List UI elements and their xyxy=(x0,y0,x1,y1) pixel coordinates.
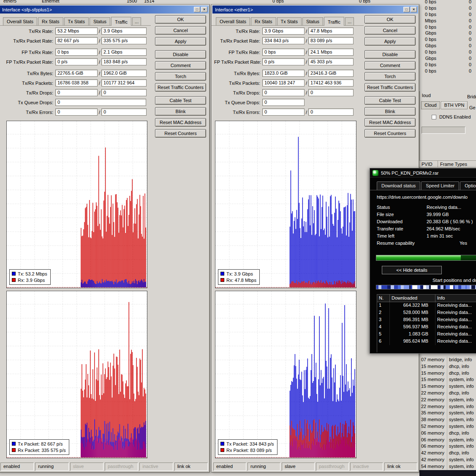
field-input-tx[interactable]: 0 bps xyxy=(55,49,98,56)
action-button[interactable]: OK xyxy=(364,15,416,24)
field-input-rx[interactable]: 335 575 p/s xyxy=(101,37,147,44)
action-button[interactable]: Comment xyxy=(364,61,416,70)
column-header-n[interactable]: N. xyxy=(377,295,390,302)
action-button[interactable]: Apply xyxy=(364,37,416,46)
log-row[interactable]: 15 memory dhcp, info xyxy=(419,370,476,377)
log-row[interactable]: 22 memory dhcp, info xyxy=(419,390,476,397)
field-input-rx[interactable]: 17412 463 936 xyxy=(308,79,354,87)
maximize-button[interactable]: □ xyxy=(403,7,410,12)
action-button[interactable]: OK xyxy=(155,15,206,24)
field-input-rx[interactable]: 45 303 p/s xyxy=(308,58,354,65)
download-tab[interactable]: Download status xyxy=(377,181,420,190)
field-input-tx[interactable]: 0 xyxy=(55,99,146,106)
log-row[interactable]: 22 memory system, info xyxy=(419,403,476,410)
action-button[interactable]: Apply xyxy=(155,37,206,46)
tab[interactable]: ... xyxy=(345,17,354,25)
tab[interactable]: Tx Stats xyxy=(64,17,89,25)
log-row[interactable]: 52 memory system, info xyxy=(419,423,476,430)
tab[interactable]: Status xyxy=(302,17,323,25)
log-row[interactable]: 15 memory dhcp, info xyxy=(419,363,476,370)
action-button[interactable]: Blink xyxy=(364,107,416,116)
log-row[interactable]: 22 memory system, info xyxy=(419,397,476,403)
field-input-tx[interactable]: 22765.6 GiB xyxy=(55,70,98,77)
field-input-tx[interactable]: 0 xyxy=(262,108,305,116)
field-input-rx[interactable]: 1962.0 GiB xyxy=(101,70,147,77)
tab[interactable]: ... xyxy=(132,17,141,25)
action-button[interactable]: Blink xyxy=(155,107,206,116)
tab[interactable]: Traffic xyxy=(324,17,344,26)
field-input-tx[interactable]: 0 xyxy=(262,99,305,106)
log-row[interactable]: 07 memory bridge, info xyxy=(419,357,476,363)
download-tab[interactable]: Speed Limiter xyxy=(421,181,459,190)
tab[interactable]: Traffic xyxy=(111,17,131,26)
field-input-rx[interactable]: 0 xyxy=(308,108,354,116)
field-input-rx[interactable]: 24.1 Mbps xyxy=(308,49,354,56)
hide-details-button[interactable]: << Hide details xyxy=(382,266,442,274)
column-header-pvid[interactable]: PVID xyxy=(419,161,438,167)
window-titlebar[interactable]: Interface <sfp-sfpplus1> □ ✕ xyxy=(0,5,209,14)
field-input-rx[interactable]: 3.9 Gbps xyxy=(101,27,147,35)
cloud-tab[interactable]: Cloud xyxy=(421,101,440,109)
download-titlebar[interactable]: 50% PC_KDN_PDRMv2.rar xyxy=(370,168,476,178)
action-button[interactable]: Reset Counters xyxy=(364,129,416,138)
log-row[interactable]: 42 memory dhcp, info xyxy=(419,450,476,457)
field-input-rx[interactable]: 0 xyxy=(101,108,147,116)
ddns-checkbox[interactable] xyxy=(432,115,436,119)
log-row[interactable]: 15 memory system, info xyxy=(419,376,476,383)
column-header-info[interactable]: Info xyxy=(435,295,476,302)
action-button[interactable]: Reset MAC Address xyxy=(364,118,416,127)
log-row[interactable]: 42 memory system, info xyxy=(419,457,476,463)
connection-row[interactable]: 1 664.322 MB Receiving data... xyxy=(377,302,476,309)
action-button[interactable]: Comment xyxy=(155,61,206,70)
connection-row[interactable]: 4 596.937 MB Receiving data... xyxy=(377,324,476,331)
tab[interactable]: Rx Stats xyxy=(251,17,276,25)
action-button[interactable]: Reset MAC Address xyxy=(155,118,206,127)
action-button[interactable]: Cable Test xyxy=(364,96,416,105)
connection-row[interactable]: 6 985.624 MB Receiving data... xyxy=(377,338,476,345)
action-button[interactable]: Torch xyxy=(364,72,416,81)
cloud-tab[interactable]: BTH VPN xyxy=(441,101,468,109)
connection-row[interactable]: 3 896.391 MB Receiving data... xyxy=(377,316,476,324)
action-button[interactable]: Reset Counters xyxy=(155,129,206,138)
field-input-tx[interactable]: 0 p/s xyxy=(55,58,98,65)
close-button[interactable]: ✕ xyxy=(201,7,207,12)
tab[interactable]: Rx Stats xyxy=(38,17,63,25)
field-input-tx[interactable]: 0 xyxy=(262,89,305,96)
field-input-tx[interactable]: 16786 038 358 xyxy=(55,79,98,87)
field-input-rx[interactable]: 0 xyxy=(308,89,354,96)
tab[interactable]: Overall Stats xyxy=(3,17,37,25)
action-button[interactable]: Disable xyxy=(155,50,206,59)
action-button[interactable]: Cable Test xyxy=(155,96,206,105)
connection-row[interactable]: 2 528.000 MB Receiving data... xyxy=(377,309,476,316)
field-input-tx[interactable]: 3.9 Gbps xyxy=(262,27,305,35)
action-button[interactable]: Cancel xyxy=(155,26,206,35)
field-input-tx[interactable]: 0 bps xyxy=(262,49,305,56)
tab[interactable]: Tx Stats xyxy=(277,17,302,25)
field-input-rx[interactable]: 47.8 Mbps xyxy=(308,27,354,35)
action-button[interactable]: Disable xyxy=(364,50,416,59)
action-button[interactable]: Reset Traffic Counters xyxy=(155,83,206,92)
field-input-tx[interactable]: 0 p/s xyxy=(262,58,305,65)
log-row[interactable]: 06 memory dhcp, info xyxy=(419,430,476,437)
field-input-tx[interactable]: 1823.0 GiB xyxy=(262,70,305,77)
field-input-rx[interactable]: 183 848 p/s xyxy=(101,58,147,65)
field-input-rx[interactable]: 23416.3 GiB xyxy=(308,70,354,77)
field-input-rx[interactable]: 2.1 Gbps xyxy=(101,49,147,56)
field-input-tx[interactable]: 334 843 p/s xyxy=(262,37,305,44)
log-row[interactable]: 06 memory system, info xyxy=(419,443,476,450)
field-input-rx[interactable]: 10177 312 964 xyxy=(101,79,147,87)
action-button[interactable]: Reset Traffic Counters xyxy=(364,83,416,92)
log-row[interactable]: 54 memory system, info xyxy=(419,463,476,470)
field-input-tx[interactable]: 82 667 p/s xyxy=(55,37,98,44)
tab[interactable]: Overall Stats xyxy=(216,17,250,25)
log-row[interactable]: 06 memory system, info xyxy=(419,437,476,444)
log-row[interactable]: 38 memory system, info xyxy=(419,416,476,423)
field-input-rx[interactable]: 83 089 p/s xyxy=(308,37,354,44)
column-header-frame-types[interactable]: Frame Types xyxy=(438,161,476,167)
field-input-tx[interactable]: 0 xyxy=(55,108,98,116)
field-input-tx[interactable]: 53.2 Mbps xyxy=(55,27,98,35)
field-input-tx[interactable]: 0 xyxy=(55,89,98,96)
close-button[interactable]: ✕ xyxy=(411,7,417,12)
maximize-button[interactable]: □ xyxy=(194,7,200,12)
tab[interactable]: Status xyxy=(90,17,110,25)
